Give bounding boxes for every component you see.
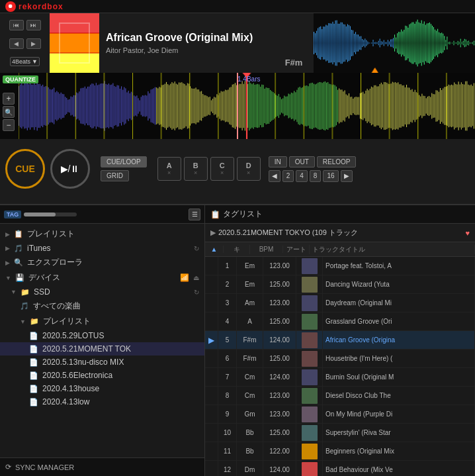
arrow-icon: ▶ <box>5 231 10 238</box>
search-btn[interactable]: 🔍 <box>3 106 15 118</box>
list-icon: 📄 <box>29 398 38 406</box>
th-key[interactable]: キ <box>224 245 250 254</box>
beats-arrow: ▼ <box>32 58 38 65</box>
table-row[interactable]: 11 Bb 122.00 Beginners (Original Mix <box>205 442 475 461</box>
loop-8-btn[interactable]: 8 <box>310 170 322 182</box>
th-title[interactable]: トラックタイトル <box>310 245 475 254</box>
next-btn[interactable]: ⏭ <box>26 20 41 30</box>
sidebar-item-device[interactable]: ▼ 💾 デバイス 📶 ⏏ <box>0 270 204 285</box>
eject-icon[interactable]: ⏏ <box>193 274 199 281</box>
play-icon-cell <box>205 312 218 330</box>
th-bpm[interactable]: BPM <box>250 246 283 253</box>
sidebar-item-itunes[interactable]: ▶ 🎵 iTunes ↻ <box>0 242 204 255</box>
zoom-out-btn[interactable]: − <box>3 119 15 131</box>
art-thumbnail <box>302 258 318 274</box>
loop-next-btn[interactable]: ▶ <box>341 170 353 182</box>
waveform-slider[interactable] <box>24 213 77 216</box>
track-num: 10 <box>218 424 237 442</box>
in-btn[interactable]: IN <box>269 156 287 167</box>
fwd-btn[interactable]: ▶ <box>26 38 41 49</box>
play-pause-button[interactable]: ▶/⏸ <box>50 149 90 189</box>
playing-arrow: ▶ <box>208 336 214 345</box>
sidebar-item-electronica[interactable]: 📄 2020.5.6Electronica <box>0 369 204 382</box>
table-row[interactable]: 4 A 125.00 Grassland Groove (Ori <box>205 312 475 331</box>
track-list: 1 Em 123.00 Portage feat. Tolstoi, A 2 E… <box>205 257 475 476</box>
slider-area <box>24 213 186 216</box>
track-title: Burnin Soul (Original M <box>323 368 475 386</box>
table-row[interactable]: 3 Am 123.00 Daydream (Original Mi <box>205 294 475 312</box>
itunes-label: iTunes <box>27 244 190 253</box>
table-row[interactable]: 10 Bb 125.00 Superstylin' (Riva Star <box>205 424 475 442</box>
cue-row: CUE ▶/⏸ CUE/LOOP GRID A × B × C × <box>0 139 475 199</box>
table-row[interactable]: 9 Gm 123.00 On My Mind (Purple Di <box>205 405 475 424</box>
cue-button[interactable]: CUE <box>5 149 45 189</box>
track-bpm: 124.00 <box>263 368 296 386</box>
sidebar-item-lotus[interactable]: 📄 2020.5.29LOTUS <box>0 329 204 342</box>
loop-2-btn[interactable]: 2 <box>282 170 294 182</box>
table-row[interactable]: 7 Cm 124.00 Burnin Soul (Original M <box>205 368 475 387</box>
track-bpm: 125.00 <box>263 312 296 330</box>
loop-16-btn[interactable]: 16 <box>323 170 338 182</box>
refresh-icon[interactable]: ↻ <box>194 245 199 252</box>
track-art <box>296 442 323 460</box>
electronica-label: 2020.5.6Electronica <box>42 371 199 380</box>
cue-loop-btn[interactable]: CUE/LOOP <box>101 156 147 167</box>
loop-4-btn[interactable]: 4 <box>296 170 308 182</box>
list-view-btn[interactable]: ☰ <box>189 209 200 220</box>
waveform-main: QUANTIZE 1.4Bars + 🔍 − <box>0 73 475 139</box>
note-icon: 🎵 <box>20 302 29 310</box>
reloop-btn[interactable]: RELOOP <box>317 156 357 167</box>
hotcue-a[interactable]: A × <box>157 157 181 181</box>
moment-label: 2020.5.21MOMENT TOK <box>42 344 199 354</box>
zoom-in-btn[interactable]: + <box>3 93 15 105</box>
track-title: On My Mind (Purple Di <box>323 405 475 423</box>
sidebar-item-playlists[interactable]: ▶ 📋 プレイリスト <box>0 226 204 242</box>
overview-waveform-container <box>314 13 475 73</box>
track-art <box>296 387 323 405</box>
track-num: 11 <box>218 442 237 460</box>
beats-label: 4Beats <box>12 58 30 65</box>
track-meta: African Groove (Original Mix) Aitor Past… <box>99 13 274 73</box>
table-row[interactable]: ▶ 5 F#m 124.00 African Groove (Origina <box>205 331 475 350</box>
hotcue-b[interactable]: B × <box>184 157 208 181</box>
art-thumbnail <box>302 406 318 422</box>
sidebar-item-nudisco[interactable]: 📄 2020.5.13nu-disco MIX <box>0 356 204 369</box>
track-num: 3 <box>218 294 237 312</box>
sidebar-item-low[interactable]: 📄 2020.4.13low <box>0 395 204 408</box>
table-row[interactable]: 8 Cm 123.00 Diesel Disco Club The <box>205 387 475 405</box>
table-row[interactable]: 6 F#m 125.00 Housetribe (I'm Here) ( <box>205 350 475 368</box>
sidebar-item-all-tracks[interactable]: 🎵 すべての楽曲 <box>0 299 204 314</box>
sidebar-toolbar: TAG ☰ <box>0 205 204 224</box>
loop-prev-btn[interactable]: ◀ <box>269 170 281 182</box>
hotcue-c[interactable]: C × <box>210 157 234 181</box>
arrow-down-icon: ▼ <box>5 275 11 281</box>
tag-badge: TAG <box>4 211 21 218</box>
out-btn[interactable]: OUT <box>289 156 315 167</box>
table-row[interactable]: 2 Em 125.00 Dancing Wizard (Yuta <box>205 275 475 294</box>
sidebar-item-moment[interactable]: 📄 2020.5.21MOMENT TOK <box>0 342 204 356</box>
track-art <box>296 294 323 312</box>
waveform-canvas <box>19 73 475 139</box>
sync-bar[interactable]: ⟳ SYNC MANAGER <box>0 457 204 476</box>
track-art <box>296 275 323 293</box>
table-row[interactable]: 12 Dm 124.00 Bad Behaviour (Mix Ve <box>205 461 475 476</box>
prev-btn[interactable]: ⏮ <box>9 20 24 30</box>
play-icon-cell <box>205 405 218 423</box>
sidebar-item-house[interactable]: 📄 2020.4.13house <box>0 382 204 395</box>
sidebar-item-playlist-folder[interactable]: ▼ 📁 プレイリスト <box>0 314 204 329</box>
art-thumbnail <box>302 444 318 459</box>
beats-select[interactable]: 4Beats ▼ <box>10 57 40 66</box>
hotcue-d[interactable]: D × <box>237 157 261 181</box>
back-btn[interactable]: ◀ <box>9 38 24 49</box>
in-out-row: IN OUT RELOOP <box>269 156 357 167</box>
track-art <box>296 257 323 275</box>
table-row[interactable]: 1 Em 123.00 Portage feat. Tolstoi, A <box>205 257 475 275</box>
sidebar-item-explorer[interactable]: ▶ 🔍 エクスプローラ <box>0 255 204 270</box>
sidebar-item-ssd[interactable]: ▼ 📁 SSD ↻ <box>0 285 204 299</box>
track-key: Dm <box>237 461 263 476</box>
track-key: Cm <box>237 368 263 386</box>
ssd-refresh[interactable]: ↻ <box>194 289 199 296</box>
cue-loop-btns: CUE/LOOP <box>101 156 147 167</box>
grid-btn[interactable]: GRID <box>101 170 129 181</box>
track-title: Bad Behaviour (Mix Ve <box>323 461 475 476</box>
